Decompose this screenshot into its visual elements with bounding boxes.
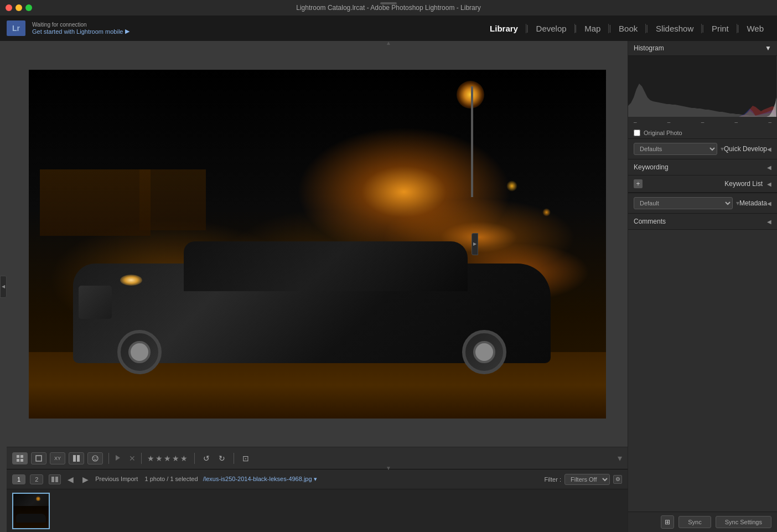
- mobile-info: Waiting for connection Get started with …: [32, 22, 130, 35]
- metadata-arrow: ◀: [767, 200, 771, 206]
- keyword-add-button[interactable]: +: [634, 179, 643, 188]
- face-view-button[interactable]: [87, 452, 103, 464]
- lr-logo-box: Lr: [7, 20, 25, 36]
- wheel-right: [462, 330, 506, 374]
- filmstrip-layout-buttons: [49, 474, 61, 484]
- rotate-right-button[interactable]: ↻: [216, 452, 228, 464]
- loupe-view-button[interactable]: [31, 452, 46, 464]
- quick-develop-arrow: ◀: [767, 146, 771, 152]
- nav-book[interactable]: Book: [611, 24, 646, 33]
- toolbar-divider-1: [108, 453, 109, 464]
- survey-icon: [72, 454, 80, 462]
- filmstrip-nav-prev[interactable]: ◀: [65, 475, 76, 484]
- photo-frame: [29, 70, 606, 419]
- nav-slideshow[interactable]: Slideshow: [648, 24, 702, 33]
- filmstrip-thumbnail-1[interactable]: [12, 493, 50, 529]
- survey-view-button[interactable]: [69, 452, 84, 464]
- metadata-preset-select[interactable]: Default All: [634, 197, 733, 209]
- filter-area: Filter : Filters Off Flagged Rated ⚙: [544, 474, 622, 485]
- keyword-list-label: Keyword List: [724, 180, 763, 188]
- sync-settings-button[interactable]: Sync Settings: [716, 516, 771, 528]
- main-layout: ◀: [0, 41, 777, 532]
- rotate-left-button[interactable]: ↺: [200, 452, 213, 464]
- filter-options-button[interactable]: ⚙: [613, 475, 622, 484]
- comments-label: Comments: [634, 218, 666, 225]
- sync-button[interactable]: Sync: [678, 516, 711, 528]
- histogram-expand-icon: ▼: [765, 44, 771, 52]
- keyword-list-section: + Keyword List ◀: [628, 175, 777, 193]
- left-panel-expand-handle[interactable]: ◀: [0, 276, 7, 298]
- get-started-label[interactable]: Get started with Lightroom mobile ▶: [32, 28, 130, 35]
- svg-rect-0: [17, 455, 19, 458]
- keyword-list-header[interactable]: + Keyword List ◀: [628, 175, 777, 193]
- svg-point-8: [94, 457, 95, 458]
- quick-develop-label: Quick Develop: [724, 145, 767, 153]
- toolbar-x-button[interactable]: ✕: [129, 454, 136, 463]
- comments-header[interactable]: Comments ◀: [628, 214, 777, 229]
- grid-icon: [16, 454, 24, 462]
- filmstrip-tab-2[interactable]: 2: [30, 474, 43, 484]
- filmstrip-tab-1[interactable]: 1: [12, 474, 25, 484]
- svg-rect-1: [20, 455, 23, 458]
- comments-arrow: ◀: [767, 219, 771, 225]
- filmstrip-info: Previous Import 1 photo / 1 selected /le…: [95, 476, 540, 483]
- quick-develop-section: Defaults Auto ▾ Quick Develop ◀: [628, 139, 777, 159]
- quick-develop-preset-select[interactable]: Defaults Auto: [634, 143, 717, 155]
- original-photo-row: Original Photo: [628, 127, 777, 139]
- sync-icon-button[interactable]: ⊞: [661, 515, 674, 529]
- nav-print[interactable]: Print: [704, 24, 737, 33]
- metadata-header[interactable]: Default All ▾ Metadata ◀: [628, 193, 777, 213]
- panel-spacer: [628, 230, 777, 512]
- filmstrip-top-bar: 1 2 ◀ ▶ Previous Import 1 photo / 1 sele…: [7, 469, 628, 489]
- filter-label: Filter :: [544, 476, 561, 483]
- quick-develop-controls: Defaults Auto ▾: [634, 143, 724, 155]
- filmstrip-photos: [7, 489, 628, 532]
- filmstrip-nav-next[interactable]: ▶: [80, 475, 91, 484]
- star-rating[interactable]: ★★★★★: [147, 454, 189, 463]
- wheel-left: [117, 330, 162, 374]
- waiting-label: Waiting for connection: [32, 22, 130, 28]
- original-photo-label: Original Photo: [644, 130, 682, 136]
- svg-rect-3: [20, 459, 23, 462]
- comments-section: Comments ◀: [628, 214, 777, 230]
- nav-library[interactable]: Library: [482, 24, 526, 33]
- nav-map[interactable]: Map: [577, 24, 609, 33]
- toolbar-divider-3: [194, 453, 195, 464]
- nav-develop[interactable]: Develop: [529, 24, 575, 33]
- svg-rect-2: [17, 459, 19, 462]
- toolbar: XY ✕ ★★★★★: [7, 447, 628, 469]
- close-button[interactable]: [6, 4, 12, 11]
- photo-viewer: ▶: [7, 41, 628, 447]
- original-photo-checkbox[interactable]: [634, 130, 640, 136]
- metadata-label: Metadata: [739, 199, 767, 207]
- crop-button[interactable]: ⊡: [240, 452, 252, 464]
- top-drag-indicator: ▲: [386, 40, 391, 46]
- light-2: [506, 180, 517, 192]
- lamp-post: [471, 86, 473, 197]
- window-controls[interactable]: [6, 4, 32, 11]
- top-nav: Lr Waiting for connection Get started wi…: [0, 16, 777, 41]
- minimize-button[interactable]: [15, 4, 22, 11]
- xy-view-button[interactable]: XY: [50, 452, 65, 464]
- nav-web[interactable]: Web: [739, 24, 771, 33]
- svg-rect-12: [55, 477, 58, 482]
- filter-select[interactable]: Filters Off Flagged Rated: [564, 474, 610, 485]
- filmstrip-layout-btn[interactable]: [49, 474, 61, 484]
- toolbar-divider-2: [141, 453, 142, 464]
- svg-marker-10: [116, 455, 120, 461]
- car-roof: [184, 241, 468, 291]
- nav-links: Library | Develop | Map | Book | Slidesh…: [482, 24, 771, 33]
- grid-view-button[interactable]: [12, 452, 28, 464]
- keywording-label: Keywording: [634, 163, 669, 171]
- keyword-list-arrow: ◀: [767, 181, 771, 187]
- histogram-header[interactable]: Histogram ▼: [628, 41, 777, 56]
- histogram-controls: – – – – –: [628, 117, 777, 127]
- face-icon: [91, 454, 99, 462]
- right-panel: Histogram ▼: [628, 41, 777, 532]
- maximize-button[interactable]: [25, 4, 32, 11]
- keywording-header[interactable]: Keywording ◀: [628, 159, 777, 175]
- quick-develop-header[interactable]: Defaults Auto ▾ Quick Develop ◀: [628, 139, 777, 159]
- car-headlight: [120, 275, 142, 286]
- right-panel-expand-handle[interactable]: ▶: [472, 233, 478, 255]
- toolbar-dropdown-button[interactable]: ▾: [618, 453, 622, 463]
